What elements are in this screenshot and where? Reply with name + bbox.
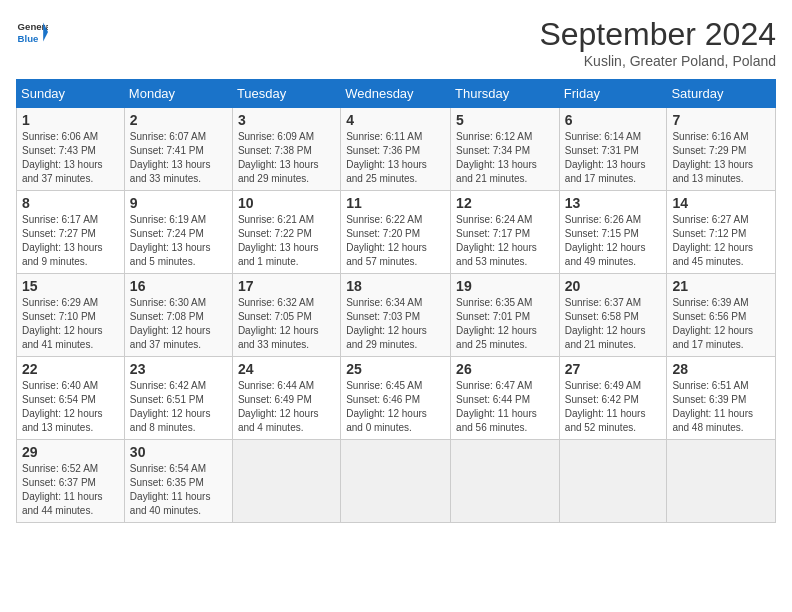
day-info: Sunrise: 6:09 AM Sunset: 7:38 PM Dayligh… [238, 130, 335, 186]
day-info: Sunrise: 6:26 AM Sunset: 7:15 PM Dayligh… [565, 213, 662, 269]
day-info: Sunrise: 6:51 AM Sunset: 6:39 PM Dayligh… [672, 379, 770, 435]
day-info: Sunrise: 6:07 AM Sunset: 7:41 PM Dayligh… [130, 130, 227, 186]
calendar-cell: 11Sunrise: 6:22 AM Sunset: 7:20 PM Dayli… [341, 191, 451, 274]
calendar-cell: 23Sunrise: 6:42 AM Sunset: 6:51 PM Dayli… [124, 357, 232, 440]
day-number: 22 [22, 361, 119, 377]
day-info: Sunrise: 6:06 AM Sunset: 7:43 PM Dayligh… [22, 130, 119, 186]
day-info: Sunrise: 6:14 AM Sunset: 7:31 PM Dayligh… [565, 130, 662, 186]
calendar-cell [559, 440, 667, 523]
month-title: September 2024 [539, 16, 776, 53]
calendar-cell: 6Sunrise: 6:14 AM Sunset: 7:31 PM Daylig… [559, 108, 667, 191]
day-info: Sunrise: 6:45 AM Sunset: 6:46 PM Dayligh… [346, 379, 445, 435]
day-number: 26 [456, 361, 554, 377]
day-number: 24 [238, 361, 335, 377]
day-number: 8 [22, 195, 119, 211]
calendar-cell: 29Sunrise: 6:52 AM Sunset: 6:37 PM Dayli… [17, 440, 125, 523]
day-number: 14 [672, 195, 770, 211]
day-number: 19 [456, 278, 554, 294]
day-info: Sunrise: 6:40 AM Sunset: 6:54 PM Dayligh… [22, 379, 119, 435]
calendar-cell [232, 440, 340, 523]
calendar-cell: 18Sunrise: 6:34 AM Sunset: 7:03 PM Dayli… [341, 274, 451, 357]
calendar-cell: 14Sunrise: 6:27 AM Sunset: 7:12 PM Dayli… [667, 191, 776, 274]
calendar-cell: 27Sunrise: 6:49 AM Sunset: 6:42 PM Dayli… [559, 357, 667, 440]
day-number: 10 [238, 195, 335, 211]
day-info: Sunrise: 6:32 AM Sunset: 7:05 PM Dayligh… [238, 296, 335, 352]
day-number: 6 [565, 112, 662, 128]
weekday-header-thursday: Thursday [451, 80, 560, 108]
day-number: 5 [456, 112, 554, 128]
calendar-cell: 25Sunrise: 6:45 AM Sunset: 6:46 PM Dayli… [341, 357, 451, 440]
calendar-cell: 17Sunrise: 6:32 AM Sunset: 7:05 PM Dayli… [232, 274, 340, 357]
day-number: 12 [456, 195, 554, 211]
day-info: Sunrise: 6:44 AM Sunset: 6:49 PM Dayligh… [238, 379, 335, 435]
day-info: Sunrise: 6:39 AM Sunset: 6:56 PM Dayligh… [672, 296, 770, 352]
calendar-cell: 30Sunrise: 6:54 AM Sunset: 6:35 PM Dayli… [124, 440, 232, 523]
day-info: Sunrise: 6:54 AM Sunset: 6:35 PM Dayligh… [130, 462, 227, 518]
day-info: Sunrise: 6:24 AM Sunset: 7:17 PM Dayligh… [456, 213, 554, 269]
day-number: 3 [238, 112, 335, 128]
calendar-cell: 8Sunrise: 6:17 AM Sunset: 7:27 PM Daylig… [17, 191, 125, 274]
day-info: Sunrise: 6:37 AM Sunset: 6:58 PM Dayligh… [565, 296, 662, 352]
weekday-header-sunday: Sunday [17, 80, 125, 108]
calendar-cell: 26Sunrise: 6:47 AM Sunset: 6:44 PM Dayli… [451, 357, 560, 440]
day-info: Sunrise: 6:22 AM Sunset: 7:20 PM Dayligh… [346, 213, 445, 269]
day-number: 23 [130, 361, 227, 377]
calendar-cell: 19Sunrise: 6:35 AM Sunset: 7:01 PM Dayli… [451, 274, 560, 357]
day-info: Sunrise: 6:12 AM Sunset: 7:34 PM Dayligh… [456, 130, 554, 186]
day-info: Sunrise: 6:27 AM Sunset: 7:12 PM Dayligh… [672, 213, 770, 269]
day-number: 20 [565, 278, 662, 294]
calendar-cell: 21Sunrise: 6:39 AM Sunset: 6:56 PM Dayli… [667, 274, 776, 357]
calendar-cell: 24Sunrise: 6:44 AM Sunset: 6:49 PM Dayli… [232, 357, 340, 440]
weekday-header-saturday: Saturday [667, 80, 776, 108]
calendar-cell: 7Sunrise: 6:16 AM Sunset: 7:29 PM Daylig… [667, 108, 776, 191]
calendar-cell: 16Sunrise: 6:30 AM Sunset: 7:08 PM Dayli… [124, 274, 232, 357]
day-number: 17 [238, 278, 335, 294]
calendar-cell: 10Sunrise: 6:21 AM Sunset: 7:22 PM Dayli… [232, 191, 340, 274]
day-number: 2 [130, 112, 227, 128]
day-info: Sunrise: 6:29 AM Sunset: 7:10 PM Dayligh… [22, 296, 119, 352]
day-info: Sunrise: 6:19 AM Sunset: 7:24 PM Dayligh… [130, 213, 227, 269]
calendar-cell: 12Sunrise: 6:24 AM Sunset: 7:17 PM Dayli… [451, 191, 560, 274]
day-number: 15 [22, 278, 119, 294]
day-number: 9 [130, 195, 227, 211]
day-number: 18 [346, 278, 445, 294]
weekday-header-friday: Friday [559, 80, 667, 108]
calendar-cell: 15Sunrise: 6:29 AM Sunset: 7:10 PM Dayli… [17, 274, 125, 357]
weekday-header-monday: Monday [124, 80, 232, 108]
day-info: Sunrise: 6:52 AM Sunset: 6:37 PM Dayligh… [22, 462, 119, 518]
day-number: 25 [346, 361, 445, 377]
day-info: Sunrise: 6:11 AM Sunset: 7:36 PM Dayligh… [346, 130, 445, 186]
weekday-header-wednesday: Wednesday [341, 80, 451, 108]
weekday-header-tuesday: Tuesday [232, 80, 340, 108]
day-info: Sunrise: 6:21 AM Sunset: 7:22 PM Dayligh… [238, 213, 335, 269]
day-number: 29 [22, 444, 119, 460]
calendar-cell: 5Sunrise: 6:12 AM Sunset: 7:34 PM Daylig… [451, 108, 560, 191]
calendar-cell: 13Sunrise: 6:26 AM Sunset: 7:15 PM Dayli… [559, 191, 667, 274]
calendar-cell: 20Sunrise: 6:37 AM Sunset: 6:58 PM Dayli… [559, 274, 667, 357]
calendar-cell: 22Sunrise: 6:40 AM Sunset: 6:54 PM Dayli… [17, 357, 125, 440]
location-subtitle: Kuslin, Greater Poland, Poland [539, 53, 776, 69]
day-number: 30 [130, 444, 227, 460]
logo: General Blue [16, 16, 48, 48]
day-number: 21 [672, 278, 770, 294]
day-info: Sunrise: 6:42 AM Sunset: 6:51 PM Dayligh… [130, 379, 227, 435]
day-number: 28 [672, 361, 770, 377]
day-number: 27 [565, 361, 662, 377]
calendar-cell: 2Sunrise: 6:07 AM Sunset: 7:41 PM Daylig… [124, 108, 232, 191]
calendar-cell [667, 440, 776, 523]
calendar-cell: 9Sunrise: 6:19 AM Sunset: 7:24 PM Daylig… [124, 191, 232, 274]
day-info: Sunrise: 6:47 AM Sunset: 6:44 PM Dayligh… [456, 379, 554, 435]
day-number: 1 [22, 112, 119, 128]
day-number: 11 [346, 195, 445, 211]
calendar-cell: 4Sunrise: 6:11 AM Sunset: 7:36 PM Daylig… [341, 108, 451, 191]
day-number: 4 [346, 112, 445, 128]
day-info: Sunrise: 6:34 AM Sunset: 7:03 PM Dayligh… [346, 296, 445, 352]
calendar-cell [341, 440, 451, 523]
day-number: 16 [130, 278, 227, 294]
calendar-cell [451, 440, 560, 523]
day-info: Sunrise: 6:49 AM Sunset: 6:42 PM Dayligh… [565, 379, 662, 435]
svg-text:Blue: Blue [18, 33, 39, 44]
calendar-cell: 3Sunrise: 6:09 AM Sunset: 7:38 PM Daylig… [232, 108, 340, 191]
day-number: 7 [672, 112, 770, 128]
calendar-table: SundayMondayTuesdayWednesdayThursdayFrid… [16, 79, 776, 523]
